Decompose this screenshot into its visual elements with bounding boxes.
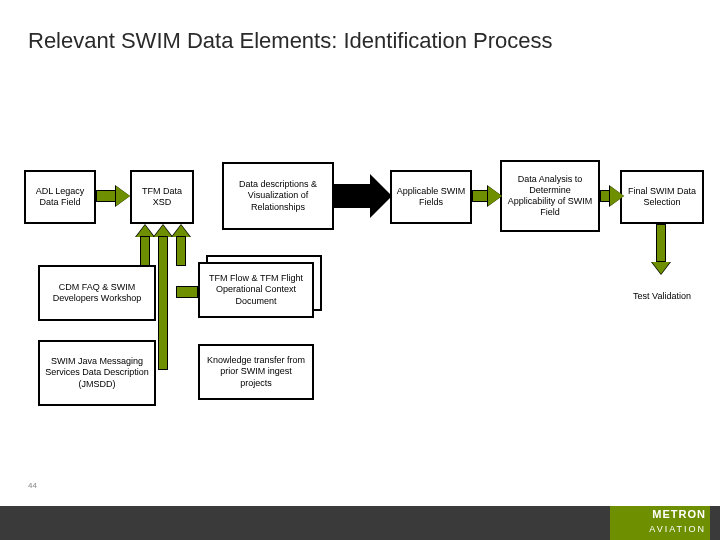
footer-sub-brand: AVIATION	[649, 524, 706, 534]
box-adl-legacy: ADL Legacy Data Field	[24, 170, 96, 224]
box-tfm-xsd: TFM Data XSD	[130, 170, 194, 224]
page-title: Relevant SWIM Data Elements: Identificat…	[28, 28, 553, 54]
box-jmsdd: SWIM Java Messaging Services Data Descri…	[38, 340, 156, 406]
arrow-flow-connector	[176, 286, 198, 298]
box-knowledge-transfer: Knowledge transfer from prior SWIM inges…	[198, 344, 314, 400]
page-number: 44	[28, 481, 37, 490]
box-applicable-fields: Applicable SWIM Fields	[390, 170, 472, 224]
box-test-validation: Test Validation	[620, 275, 704, 319]
slide: Relevant SWIM Data Elements: Identificat…	[0, 0, 720, 540]
box-final-selection: Final SWIM Data Selection	[620, 170, 704, 224]
box-data-analysis: Data Analysis to Determine Applicability…	[500, 160, 600, 232]
box-tfm-flow: TFM Flow & TFM Flight Operational Contex…	[198, 262, 314, 318]
footer-bar: METRON AVIATION	[0, 506, 720, 540]
footer-brand: METRON	[652, 508, 706, 520]
box-cdm-faq: CDM FAQ & SWIM Developers Workshop	[38, 265, 156, 321]
box-data-descriptions: Data descriptions & Visualization of Rel…	[222, 162, 334, 230]
